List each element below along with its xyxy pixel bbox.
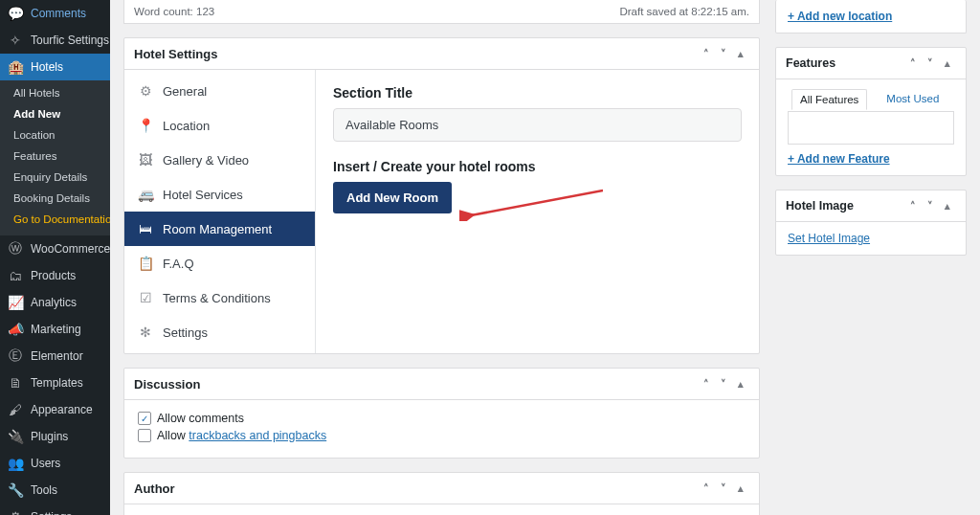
toggle-icon[interactable]: ▴ <box>939 55 956 72</box>
menu-label: Marketing <box>31 323 81 336</box>
move-up-icon[interactable]: ˄ <box>904 197 922 214</box>
tab-faq[interactable]: 📋 F.A.Q <box>124 246 315 280</box>
allow-prefix: Allow <box>157 429 189 442</box>
sub-item-add-new[interactable]: Add New <box>0 103 110 124</box>
section-title-label: Section Title <box>333 85 742 101</box>
set-hotel-image-link[interactable]: Set Hotel Image <box>788 232 870 245</box>
annotation-arrow <box>459 187 603 221</box>
trackbacks-link[interactable]: trackbacks and pingbacks <box>189 429 326 442</box>
sub-item-all-hotels[interactable]: All Hotels <box>0 82 110 103</box>
menu-item-plugins[interactable]: 🔌 Plugins <box>0 423 110 450</box>
toggle-icon[interactable]: ▴ <box>939 197 956 214</box>
tab-location[interactable]: 📍 Location <box>124 108 315 143</box>
author-title: Author <box>134 481 698 496</box>
sparkle-icon: ✧ <box>8 33 23 48</box>
insert-rooms-label: Insert / Create your hotel rooms <box>333 159 742 174</box>
tab-general[interactable]: ⚙ General <box>124 74 315 108</box>
hotel-settings-box: Hotel Settings ˄ ˅ ▴ ⚙ General 📍 Locatio… <box>123 37 760 354</box>
move-down-icon[interactable]: ˅ <box>715 375 732 392</box>
menu-item-users[interactable]: 👥 Users <box>0 450 110 477</box>
tab-room-management[interactable]: 🛏 Room Management <box>124 212 315 246</box>
tools-icon: 🔧 <box>8 482 23 498</box>
gallery-icon: 🖼 <box>138 152 153 168</box>
features-header: Features ˄ ˅ ▴ <box>776 48 966 79</box>
menu-label: Templates <box>31 376 83 390</box>
hotels-submenu: All Hotels Add New Location Features Enq… <box>0 80 110 235</box>
add-feature-link[interactable]: + Add new Feature <box>788 152 890 166</box>
tab-all-features[interactable]: All Features <box>791 89 867 110</box>
hotel-settings-tabs: ⚙ General 📍 Location 🖼 Gallery & Video 🚐… <box>124 70 316 353</box>
author-box: Author ˄ ˅ ▴ suza (suza) <box>123 472 760 515</box>
sub-item-features[interactable]: Features <box>0 146 110 167</box>
features-body: All Features Most Used + Add new Feature <box>776 79 966 175</box>
menu-label: Comments <box>31 7 86 20</box>
allow-comments-checkbox[interactable] <box>138 412 151 425</box>
center-column: Word count: 123 Draft saved at 8:22:15 a… <box>123 0 760 496</box>
section-title-input[interactable] <box>333 108 742 142</box>
tab-hotel-services[interactable]: 🚐 Hotel Services <box>124 177 315 212</box>
menu-item-marketing[interactable]: 📣 Marketing <box>0 316 110 343</box>
menu-item-products[interactable]: 🗂 Products <box>0 262 110 289</box>
elementor-icon: Ⓔ <box>8 348 23 364</box>
move-down-icon[interactable]: ˅ <box>715 480 732 497</box>
allow-trackbacks-row: Allow trackbacks and pingbacks <box>138 429 746 442</box>
sub-item-enquiry-details[interactable]: Enquiry Details <box>0 167 110 188</box>
menu-item-appearance[interactable]: 🖌 Appearance <box>0 396 110 423</box>
admin-sidebar: 💬 Comments ✧ Tourfic Settings 🏨 Hotels A… <box>0 0 110 515</box>
plugins-icon: 🔌 <box>8 429 23 444</box>
menu-item-templates[interactable]: 🗎 Templates <box>0 369 110 396</box>
move-down-icon[interactable]: ˅ <box>922 55 939 72</box>
discussion-title: Discussion <box>134 377 698 392</box>
menu-label: Tools <box>31 483 57 497</box>
location-box-body: + Add new location <box>776 0 966 33</box>
menu-label: Plugins <box>31 430 68 443</box>
toggle-icon[interactable]: ▴ <box>732 375 749 392</box>
tab-label: F.A.Q <box>163 257 194 271</box>
move-up-icon[interactable]: ˄ <box>904 55 922 72</box>
tab-settings[interactable]: ✻ Settings <box>124 315 315 349</box>
sub-item-booking-details[interactable]: Booking Details <box>0 188 110 209</box>
tab-most-used[interactable]: Most Used <box>879 89 947 109</box>
main-scroll-area[interactable]: Word count: 123 Draft saved at 8:22:15 a… <box>110 0 980 515</box>
tab-gallery-video[interactable]: 🖼 Gallery & Video <box>124 143 315 177</box>
move-down-icon[interactable]: ˅ <box>922 197 939 214</box>
discussion-body: Allow comments Allow trackbacks and ping… <box>124 400 759 458</box>
hotel-image-title: Hotel Image <box>786 199 904 213</box>
tab-label: Terms & Conditions <box>163 291 271 305</box>
menu-item-tools[interactable]: 🔧 Tools <box>0 477 110 504</box>
add-location-link[interactable]: + Add new location <box>788 10 892 23</box>
menu-item-elementor[interactable]: Ⓔ Elementor <box>0 343 110 369</box>
features-list-panel[interactable] <box>788 112 954 145</box>
sub-item-location[interactable]: Location <box>0 124 110 146</box>
cog-icon: ✻ <box>138 325 153 340</box>
toggle-icon[interactable]: ▴ <box>732 45 749 62</box>
menu-item-woocommerce[interactable]: ⓦ WooCommerce <box>0 235 110 262</box>
tab-label: Location <box>163 119 210 133</box>
menu-item-hotels[interactable]: 🏨 Hotels <box>0 54 110 80</box>
tab-terms-conditions[interactable]: ☑ Terms & Conditions <box>124 280 315 315</box>
allow-trackbacks-label: Allow trackbacks and pingbacks <box>157 429 326 442</box>
users-icon: 👥 <box>8 456 23 471</box>
tab-label: Settings <box>163 325 208 340</box>
toggle-icon[interactable]: ▴ <box>732 480 749 497</box>
move-down-icon[interactable]: ˅ <box>715 45 732 62</box>
tab-label: Gallery & Video <box>163 153 249 168</box>
move-up-icon[interactable]: ˄ <box>698 45 715 62</box>
location-box-fragment: + Add new location <box>775 0 967 34</box>
tab-label: Room Management <box>163 222 272 236</box>
discussion-header: Discussion ˄ ˅ ▴ <box>124 369 759 400</box>
comments-icon: 💬 <box>8 6 23 21</box>
menu-item-tourfic-settings[interactable]: ✧ Tourfic Settings <box>0 27 110 54</box>
move-up-icon[interactable]: ˄ <box>698 480 715 497</box>
menu-label: Users <box>31 457 60 470</box>
menu-item-comments[interactable]: 💬 Comments <box>0 0 110 27</box>
word-count: Word count: 123 <box>134 6 214 17</box>
move-up-icon[interactable]: ˄ <box>698 375 715 392</box>
sub-item-go-to-documentation[interactable]: Go to Documentation <box>0 209 110 230</box>
add-new-room-button[interactable]: Add New Room <box>333 182 452 213</box>
menu-item-settings[interactable]: ⚙ Settings <box>0 504 110 515</box>
menu-label: Appearance <box>31 403 93 416</box>
menu-item-analytics[interactable]: 📈 Analytics <box>0 289 110 316</box>
hotel-image-header: Hotel Image ˄ ˅ ▴ <box>776 190 966 222</box>
allow-trackbacks-checkbox[interactable] <box>138 429 151 442</box>
